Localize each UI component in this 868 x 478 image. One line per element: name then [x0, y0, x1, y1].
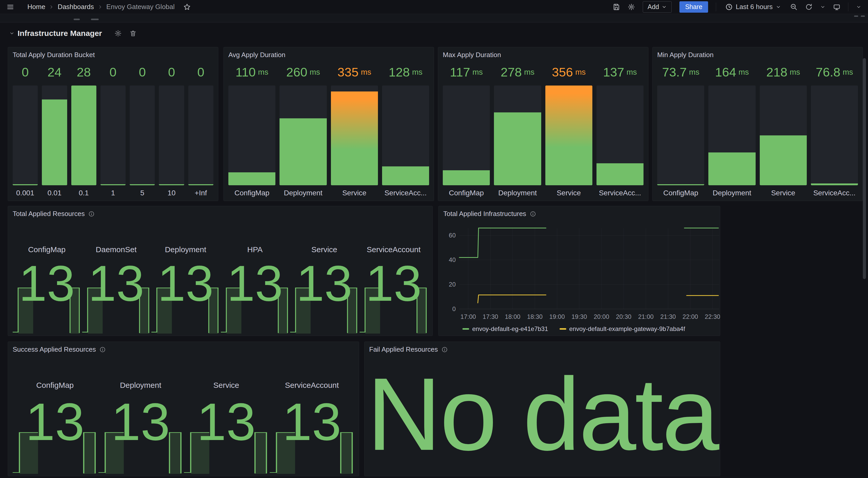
- stat-value: 13: [183, 395, 269, 448]
- gear-icon: [115, 30, 122, 37]
- info-icon[interactable]: [441, 347, 448, 353]
- info-icon[interactable]: [88, 211, 95, 217]
- bar-gauge-number: 356: [552, 65, 573, 79]
- toolbar-collapse-button[interactable]: [856, 4, 861, 9]
- bar-gauge-number: 0: [168, 65, 175, 79]
- navbar-actions: Add Share Last 6 hours: [613, 1, 861, 13]
- bar-gauge-label: ServiceAcc...: [596, 185, 644, 197]
- bar-gauge-number: 164: [715, 65, 736, 79]
- chevron-down-icon: [820, 4, 826, 9]
- breadcrumb-current: Envoy Gateway Global: [106, 3, 175, 11]
- refresh-interval-button[interactable]: [820, 4, 826, 9]
- chevron-down-icon: [776, 4, 781, 9]
- bar-gauge-fill: [811, 183, 858, 185]
- legend-remnant-dash: [854, 16, 858, 17]
- stat-label: Deployment: [98, 381, 184, 390]
- svg-text:60: 60: [449, 232, 456, 239]
- stat-label: ServiceAccount: [269, 381, 355, 390]
- stat-label: Service: [183, 381, 269, 390]
- refresh-button[interactable]: [805, 3, 812, 10]
- bar-gauge: 73.7msConfigMap: [657, 62, 704, 197]
- panel-title[interactable]: Min Apply Duration: [657, 51, 714, 59]
- bar-gauge-track: [382, 86, 429, 185]
- breadcrumb-home[interactable]: Home: [27, 3, 45, 11]
- bar-gauge-fill: [545, 86, 592, 185]
- bar-gauge-number: 128: [389, 65, 410, 79]
- scrolled-row-remnant: [0, 14, 868, 23]
- chart-legend: envoy-default-eg-e41e7b31envoy-default-e…: [462, 325, 685, 332]
- panel-title[interactable]: Total Applied Resources: [13, 210, 85, 218]
- bar-gauge-unit: ms: [412, 68, 423, 77]
- stat-label: ConfigMap: [12, 381, 98, 390]
- bar-gauge-group: 73.7msConfigMap164msDeployment218msServi…: [657, 62, 858, 197]
- stat-label: ConfigMap: [12, 245, 82, 254]
- tv-mode-button[interactable]: [833, 3, 840, 10]
- bar-gauge-number: 218: [766, 65, 787, 79]
- bar-gauge-value: 0: [130, 62, 155, 83]
- bar-gauge-label: Service: [331, 185, 378, 197]
- bar-gauge: 260msDeployment: [280, 62, 327, 197]
- bar-gauge-fill: [331, 91, 378, 185]
- breadcrumb-dashboards[interactable]: Dashboards: [58, 3, 94, 11]
- chevron-down-icon[interactable]: [9, 31, 14, 36]
- panel-total-applied-infrastructures: Total Applied Infrastructures 020406017:…: [438, 206, 720, 336]
- bar-gauge-fill: [71, 86, 96, 185]
- stat-label: HPA: [220, 245, 290, 254]
- zoom-out-time-button[interactable]: [790, 3, 798, 10]
- add-button[interactable]: Add: [643, 1, 672, 13]
- share-button[interactable]: Share: [679, 1, 708, 13]
- scrollbar-thumb[interactable]: [863, 58, 866, 279]
- bar-gauge-track: [760, 86, 807, 185]
- panel-title[interactable]: Success Applied Resources: [13, 346, 96, 354]
- bar-gauge-value: 0: [159, 62, 184, 83]
- menu-button[interactable]: [7, 3, 14, 10]
- legend-item[interactable]: envoy-default-eg-e41e7b31: [462, 325, 548, 332]
- stat-hpa: HPA13: [220, 221, 290, 334]
- stat-deployment: Deployment13: [151, 221, 220, 334]
- svg-text:20:30: 20:30: [616, 313, 631, 320]
- panel-title[interactable]: Max Apply Duration: [443, 51, 501, 59]
- bar-gauge-value: 0: [100, 62, 126, 83]
- time-range-picker[interactable]: Last 6 hours: [724, 3, 782, 11]
- bar-gauge-unit: ms: [258, 68, 269, 77]
- svg-text:19:30: 19:30: [571, 313, 587, 320]
- info-icon[interactable]: [99, 347, 106, 353]
- bar-gauge-value: 128ms: [382, 62, 429, 83]
- bar-gauge-label: Deployment: [708, 185, 755, 197]
- bar-gauge-track: [71, 86, 96, 185]
- stat-label: Service: [289, 245, 359, 254]
- panel-title[interactable]: Avg Apply Duration: [228, 51, 285, 59]
- bar-gauge-label: 0.1: [71, 185, 96, 197]
- legend-swatch: [560, 328, 566, 330]
- legend-item[interactable]: envoy-default-example-gateway-9b7aba4f: [560, 325, 685, 332]
- bar-gauge: 01: [100, 62, 126, 197]
- panel-title[interactable]: Total Apply Duration Bucket: [13, 51, 95, 59]
- legend-remnant-dash: [91, 19, 99, 20]
- bar-gauge-number: 110: [236, 65, 256, 79]
- stat-deployment: Deployment13: [98, 356, 184, 474]
- bar-gauge-track: [596, 86, 644, 185]
- bar-gauge-track: [228, 86, 275, 185]
- time-range-label: Last 6 hours: [736, 3, 773, 11]
- bar-gauge-fill: [443, 170, 490, 185]
- floppy-disk-icon: [613, 3, 620, 10]
- bar-gauge-fill: [760, 136, 807, 185]
- row-title[interactable]: Infrastructure Manager: [18, 29, 102, 38]
- dashboard-settings-button[interactable]: [628, 3, 635, 10]
- bar-gauge-number: 0: [110, 65, 117, 79]
- bar-gauge: 110msConfigMap: [228, 62, 275, 197]
- svg-text:40: 40: [449, 256, 456, 263]
- row-settings-button[interactable]: [115, 30, 122, 37]
- bar-gauge-unit: ms: [689, 68, 699, 77]
- favorite-button[interactable]: [183, 3, 191, 10]
- bar-gauge-group: 117msConfigMap278msDeployment356msServic…: [443, 62, 644, 197]
- bar-gauge-unit: ms: [626, 68, 637, 77]
- bar-gauge-number: 0: [22, 65, 29, 79]
- bar-gauge-track: [811, 86, 858, 185]
- bar-gauge: 278msDeployment: [494, 62, 541, 197]
- trash-icon: [129, 30, 137, 37]
- save-dashboard-button[interactable]: [613, 3, 620, 10]
- panel-total-applied-resources: Total Applied Resources ConfigMap13Daemo…: [8, 206, 433, 336]
- bar-gauge-track: [13, 86, 38, 185]
- row-delete-button[interactable]: [129, 30, 137, 37]
